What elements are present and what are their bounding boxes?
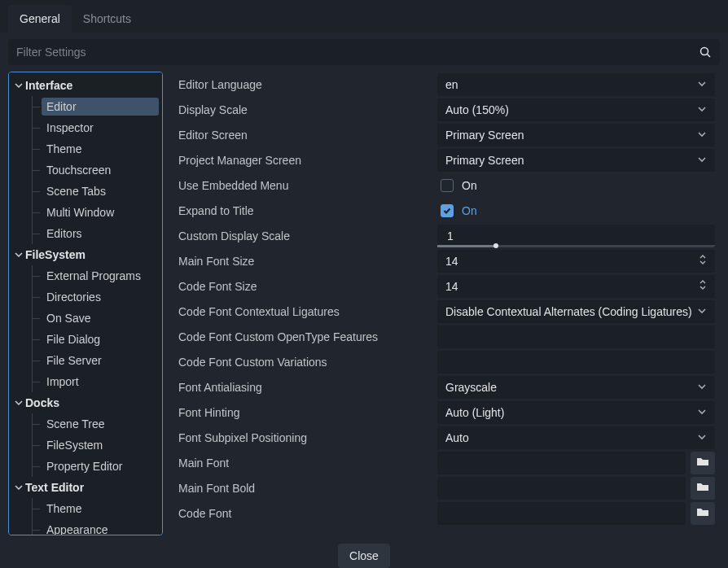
filter-settings-row [8,39,720,65]
checkbox[interactable]: On [437,179,715,192]
browse-folder-button[interactable] [691,452,715,474]
setting-label: Main Font Bold [176,482,432,495]
dropdown[interactable]: Auto [437,426,715,449]
setting-label: Expand to Title [176,204,432,217]
tree-group-interface[interactable]: Interface [9,75,162,96]
tree-item-directories[interactable]: Directories [9,286,162,308]
settings-tree[interactable]: InterfaceEditorInspectorThemeTouchscreen… [8,72,163,535]
tree-group-label: Docks [25,396,59,409]
tree-item-inspector[interactable]: Inspector [9,117,162,138]
tree-item-label: File Dialog [42,330,159,348]
close-button[interactable]: Close [338,544,390,568]
dropdown-value: Auto [445,431,469,444]
setting-row-font-hinting: Font HintingAuto (Light) [171,400,720,425]
tree-item-filesystem[interactable]: FileSystem [9,435,162,456]
dropdown[interactable]: Primary Screen [437,149,715,172]
dropdown[interactable]: Disable Contextual Alternates (Coding Li… [437,300,715,323]
tab-shortcuts[interactable]: Shortcuts [72,5,143,33]
file-path-input[interactable] [437,502,686,525]
tree-item-label: Touchscreen [42,161,159,179]
spinbox[interactable]: 14 [437,250,715,273]
tree-group-text-editor[interactable]: Text Editor [9,477,162,498]
setting-row-expand-to-title: Expand to TitleOn [171,198,720,223]
tree-item-import[interactable]: Import [9,371,162,392]
tree-item-theme[interactable]: Theme [9,138,162,159]
tree-item-touchscreen[interactable]: Touchscreen [9,159,162,181]
setting-label: Editor Screen [176,129,432,142]
setting-row-code-font-custom-variations: Code Font Custom Variations [171,349,720,374]
tree-item-label: Theme [42,500,159,518]
checkbox[interactable]: On [437,204,715,217]
search-icon [699,46,712,59]
tree-item-file-server[interactable]: File Server [9,350,162,371]
dropdown-value: Grayscale [445,381,497,394]
tree-item-scene-tabs[interactable]: Scene Tabs [9,181,162,202]
tree-group-docks[interactable]: Docks [9,392,162,413]
spinbox[interactable]: 14 [437,275,715,298]
tree-item-on-save[interactable]: On Save [9,308,162,329]
tree-group-filesystem[interactable]: FileSystem [9,244,162,265]
setting-label: Font Subpixel Positioning [176,431,432,444]
tree-group-label: Text Editor [25,481,84,494]
dropdown[interactable]: Grayscale [437,376,715,399]
tree-item-scene-tree[interactable]: Scene Tree [9,413,162,435]
setting-label: Project Manager Screen [176,154,432,167]
dropdown-value: Primary Screen [445,129,524,142]
chevron-down-icon [697,103,707,116]
setting-row-editor-screen: Editor ScreenPrimary Screen [171,122,720,147]
chevron-down-icon [697,406,707,419]
tree-item-file-dialog[interactable]: File Dialog [9,329,162,350]
setting-row-font-subpixel-positioning: Font Subpixel PositioningAuto [171,425,720,450]
dropdown-value: Auto (Light) [445,406,504,419]
tab-bar: General Shortcuts [0,0,728,33]
dropdown[interactable]: Auto (Light) [437,401,715,424]
setting-row-main-font-bold: Main Font Bold [171,475,720,500]
setting-label: Use Embedded Menu [176,179,432,192]
tree-item-appearance[interactable]: Appearance [9,519,162,535]
setting-label: Display Scale [176,103,432,116]
tree-item-label: Inspector [42,119,159,137]
tree-item-editors[interactable]: Editors [9,223,162,244]
setting-label: Font Hinting [176,406,432,419]
slider[interactable]: 1 [437,225,715,247]
tree-item-theme[interactable]: Theme [9,498,162,519]
spinbox-value: 14 [445,255,458,268]
tree-item-label: Scene Tree [42,415,159,433]
tab-general[interactable]: General [8,5,72,33]
filter-settings-input[interactable] [16,46,699,59]
dropdown[interactable]: Primary Screen [437,124,715,146]
dropdown[interactable]: en [437,73,715,96]
tree-item-label: Appearance [42,521,159,535]
chevron-down-icon [697,78,707,91]
dropdown-value: en [445,78,458,91]
text-input[interactable] [437,326,715,348]
browse-folder-button[interactable] [691,502,715,525]
setting-row-font-antialiasing: Font AntialiasingGrayscale [171,374,720,400]
tree-item-multi-window[interactable]: Multi Window [9,202,162,223]
tree-item-external-programs[interactable]: External Programs [9,265,162,286]
setting-label: Code Font Contextual Ligatures [176,305,432,318]
svg-point-0 [701,48,708,55]
chevron-down-icon [12,399,25,407]
dropdown-value: Disable Contextual Alternates (Coding Li… [445,305,692,318]
setting-label: Code Font Custom OpenType Features [176,330,432,343]
tree-item-label: Property Editor [42,457,159,475]
file-path-input[interactable] [437,477,686,500]
setting-row-code-font: Code Font [171,500,720,526]
setting-label: Code Font [176,507,432,520]
text-input[interactable] [437,351,715,374]
dropdown[interactable]: Auto (150%) [437,98,715,121]
spinbox-value: 14 [445,280,458,293]
tree-item-label: File Server [42,352,159,369]
tree-item-label: Theme [42,140,159,158]
setting-row-editor-language: Editor Languageen [171,72,720,97]
file-path-input[interactable] [437,452,686,474]
tree-item-property-editor[interactable]: Property Editor [9,456,162,477]
setting-row-display-scale: Display ScaleAuto (150%) [171,97,720,122]
folder-icon [696,481,709,495]
tree-item-editor[interactable]: Editor [9,96,162,117]
checkbox-label: On [462,179,477,192]
setting-row-code-font-contextual-ligatures: Code Font Contextual LigaturesDisable Co… [171,299,720,324]
browse-folder-button[interactable] [691,477,715,500]
settings-panel[interactable]: Editor LanguageenDisplay ScaleAuto (150%… [171,72,720,535]
